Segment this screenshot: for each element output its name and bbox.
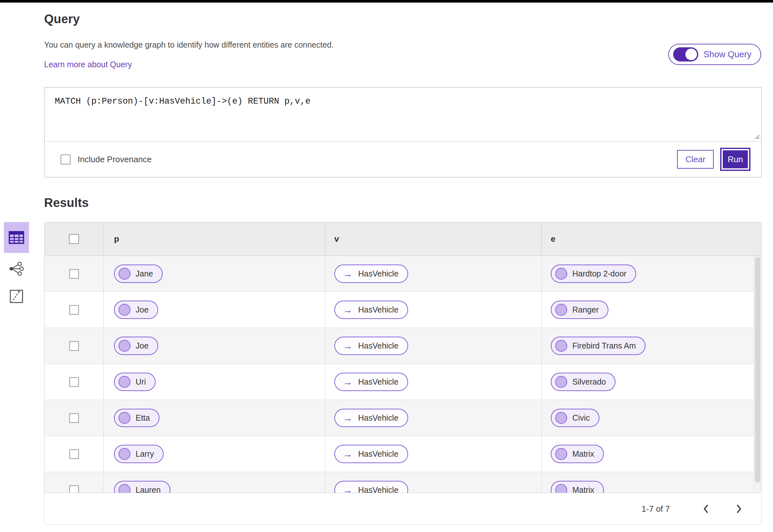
node-circle-icon [555,376,567,388]
row-checkbox[interactable] [69,377,79,387]
table-view-icon [9,231,24,244]
table-row: Lauren →HasVehicle Matrix [44,472,761,493]
edge-pill[interactable]: →HasVehicle [334,337,408,355]
column-header-v: v [325,222,541,256]
row-checkbox[interactable] [69,341,79,351]
edge-pill[interactable]: →HasVehicle [334,481,408,493]
query-textarea[interactable]: MATCH (p:Person)-[v:HasVehicle]->(e) RET… [44,88,761,141]
node-pill[interactable]: Etta [114,409,159,427]
table-row: Larry →HasVehicle Matrix [44,436,761,472]
table-header-row: p v e [44,222,762,256]
table-scrollbar[interactable] [754,256,761,493]
node-circle-icon [118,304,130,316]
arrow-right-icon: → [343,449,352,459]
node-circle-icon [555,304,567,316]
node-pill[interactable]: Joe [114,337,158,355]
node-pill[interactable]: Ranger [551,301,609,319]
node-circle-icon [118,376,130,388]
edge-pill[interactable]: →HasVehicle [334,373,408,391]
run-button[interactable]: Run [722,149,749,170]
node-pill[interactable]: Silverado [551,373,616,391]
table-row: Etta →HasVehicle Civic [44,400,761,436]
node-pill[interactable]: Lauren [114,481,170,493]
node-pill[interactable]: Jane [114,265,163,283]
main-content: Query You can query a knowledge graph to… [44,3,762,525]
node-pill[interactable]: Hardtop 2-door [551,265,636,283]
edge-pill[interactable]: →HasVehicle [334,301,408,319]
node-pill[interactable]: Matrix [551,445,604,463]
node-circle-icon [555,484,567,493]
node-circle-icon [555,340,567,352]
arrow-right-icon: → [343,485,352,493]
node-pill[interactable]: Joe [114,301,158,319]
results-section-title: Results [44,196,762,210]
include-provenance-checkbox[interactable] [60,154,70,164]
table-row: Uri →HasVehicle Silverado [44,364,761,400]
node-circle-icon [118,412,130,424]
query-editor-panel: MATCH (p:Person)-[v:HasVehicle]->(e) RET… [44,87,762,177]
learn-more-link[interactable]: Learn more about Query [44,60,132,69]
node-circle-icon [555,412,567,424]
query-editor-area: MATCH (p:Person)-[v:HasVehicle]->(e) RET… [44,88,761,142]
window-top-border [0,0,773,3]
node-circle-icon [118,448,130,460]
column-header-e: e [541,222,761,256]
row-checkbox[interactable] [69,413,79,423]
show-query-label: Show Query [703,50,751,60]
map-view-button[interactable] [4,285,29,308]
results-table: p v e Jane →HasVehicle Hardtop 2-door Jo… [44,222,762,525]
node-circle-icon [118,340,130,352]
query-section-title: Query [44,12,762,26]
arrow-right-icon: → [343,305,352,315]
node-pill[interactable]: Matrix [551,481,604,493]
pagination-bar: 1-7 of 7 [44,493,762,525]
edge-pill[interactable]: →HasVehicle [334,445,408,463]
edge-pill[interactable]: →HasVehicle [334,409,408,427]
node-circle-icon [555,268,567,280]
table-row: Jane →HasVehicle Hardtop 2-door [44,256,761,292]
node-circle-icon [118,484,130,493]
table-view-button[interactable] [4,222,29,253]
show-query-toggle[interactable]: Show Query [668,44,761,65]
edge-pill[interactable]: →HasVehicle [334,265,408,283]
query-panel-footer: Include Provenance Clear Run [44,142,761,177]
table-body: Jane →HasVehicle Hardtop 2-door Joe →Has… [44,256,762,493]
graph-view-button[interactable] [4,257,29,281]
row-checkbox[interactable] [69,269,79,279]
table-row: Joe →HasVehicle Firebird Trans Am [44,328,761,364]
node-pill[interactable]: Firebird Trans Am [551,337,646,355]
table-row: Joe →HasVehicle Ranger [44,292,761,328]
chevron-left-icon[interactable] [700,501,712,517]
select-all-cell [44,222,103,256]
toggle-knob [685,49,697,60]
query-buttons: Clear Run [677,148,752,171]
node-circle-icon [118,268,130,280]
chevron-right-icon[interactable] [733,501,745,517]
row-checkbox[interactable] [69,485,79,493]
map-view-icon [9,289,23,303]
node-pill[interactable]: Uri [114,373,155,391]
arrow-right-icon: → [343,413,352,423]
query-description: You can query a knowledge graph to ident… [44,40,762,50]
select-all-checkbox[interactable] [69,234,79,244]
node-pill[interactable]: Larry [114,445,163,463]
arrow-right-icon: → [343,341,352,351]
arrow-right-icon: → [343,377,352,387]
row-checkbox[interactable] [69,305,79,315]
graph-view-icon [8,261,24,276]
column-header-p: p [103,222,325,256]
toggle-switch-icon[interactable] [673,47,698,61]
node-circle-icon [555,448,567,460]
include-provenance-label: Include Provenance [78,154,152,164]
row-checkbox[interactable] [69,449,79,459]
clear-button[interactable]: Clear [677,150,714,169]
scrollbar-thumb[interactable] [755,257,760,483]
results-view-rail [4,222,29,308]
arrow-right-icon: → [343,269,352,279]
node-pill[interactable]: Civic [551,409,600,427]
pagination-range-label: 1-7 of 7 [642,504,670,514]
